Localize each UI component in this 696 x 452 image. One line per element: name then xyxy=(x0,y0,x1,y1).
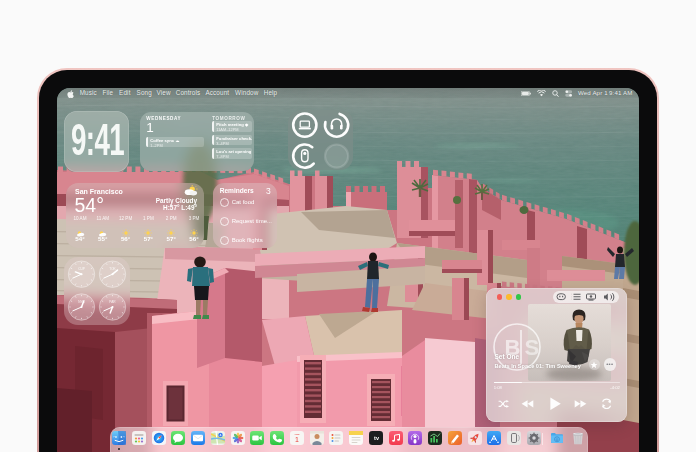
svg-text:PAR: PAR xyxy=(109,300,116,304)
svg-text:CUP: CUP xyxy=(78,267,85,271)
svg-text:NYC: NYC xyxy=(78,300,85,304)
svg-text:S: S xyxy=(525,335,540,360)
svg-text:1: 1 xyxy=(295,436,299,443)
svg-text:TOK: TOK xyxy=(109,267,116,271)
svg-text:WED: WED xyxy=(294,433,300,435)
